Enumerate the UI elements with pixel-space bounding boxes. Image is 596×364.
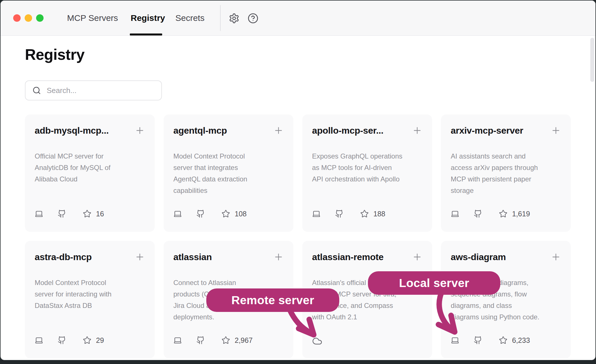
- github-icon: [474, 336, 482, 345]
- local-server-callout: Local server: [368, 271, 500, 295]
- add-server-button[interactable]: [551, 125, 561, 136]
- laptop-icon: [35, 209, 43, 218]
- settings-button[interactable]: [229, 13, 240, 24]
- remote-server-callout: Remote server: [206, 288, 339, 312]
- remote-server-callout-label: Remote server: [232, 294, 314, 307]
- star-icon: [221, 209, 230, 218]
- server-card-footer: 16: [35, 209, 145, 218]
- plus-icon: [551, 252, 561, 262]
- app-window: MCP Servers Registry Secrets: [0, 0, 596, 360]
- tab-mcp-servers-label: MCP Servers: [67, 13, 118, 23]
- add-server-button[interactable]: [551, 252, 561, 262]
- star-count: 188: [373, 210, 385, 218]
- add-server-button[interactable]: [135, 125, 145, 136]
- server-card[interactable]: agentql-mcp Model Context Protocolserver…: [164, 114, 293, 232]
- page-title: Registry: [25, 46, 85, 63]
- star-count: 1,619: [512, 210, 530, 218]
- server-card-footer: [312, 336, 422, 345]
- star-count: 16: [96, 210, 104, 218]
- plus-icon: [273, 125, 284, 136]
- search-icon: [32, 86, 41, 95]
- minimize-button[interactable]: [25, 14, 32, 22]
- tab-registry-label: Registry: [131, 13, 165, 23]
- github-icon: [196, 336, 205, 345]
- plus-icon: [135, 125, 145, 136]
- laptop-icon: [451, 336, 459, 345]
- server-card-footer: 29: [35, 336, 145, 345]
- search-input[interactable]: [46, 86, 161, 95]
- add-server-button[interactable]: [273, 252, 284, 262]
- local-server-callout-label: Local server: [399, 276, 469, 290]
- laptop-icon: [173, 336, 182, 345]
- star-icon: [83, 336, 91, 345]
- github-icon: [474, 209, 482, 218]
- scrollbar[interactable]: [590, 38, 594, 82]
- search-box: [25, 80, 162, 100]
- laptop-icon: [173, 209, 182, 218]
- server-name: apollo-mcp-ser...: [312, 125, 383, 136]
- star-count: 29: [96, 336, 104, 345]
- server-description: Official MCP server forAnalyticDB for My…: [35, 151, 145, 185]
- server-card[interactable]: arxiv-mcp-server AI assistants search an…: [441, 114, 571, 232]
- server-name: atlassian: [173, 251, 212, 263]
- server-description: AI assistants search andaccess arXiv pap…: [451, 151, 561, 196]
- server-name: adb-mysql-mcp...: [35, 125, 109, 136]
- star-icon: [83, 209, 91, 218]
- server-name: agentql-mcp: [173, 125, 227, 136]
- plus-icon: [273, 252, 284, 262]
- server-card[interactable]: astra-db-mcp Model Context Protocolserve…: [25, 241, 155, 358]
- github-icon: [58, 209, 66, 218]
- server-card-footer: 108: [173, 209, 284, 218]
- server-card-grid: adb-mysql-mcp... Official MCP server for…: [25, 114, 571, 358]
- server-name: astra-db-mcp: [35, 251, 92, 263]
- server-description: Model Context Protocolserver that integr…: [173, 151, 284, 196]
- server-card-footer: 6,233: [451, 336, 561, 345]
- server-card-footer: 188: [312, 209, 422, 218]
- server-name: atlassian-remote: [312, 251, 384, 263]
- titlebar: MCP Servers Registry Secrets: [1, 1, 595, 36]
- active-tab-indicator: [130, 33, 162, 35]
- plus-icon: [551, 125, 561, 136]
- star-icon: [221, 336, 230, 345]
- server-description: Model Context Protocolserver for interac…: [35, 277, 145, 311]
- star-count: 108: [235, 210, 247, 218]
- add-server-button[interactable]: [135, 252, 145, 262]
- github-icon: [58, 336, 66, 345]
- star-icon: [499, 336, 507, 345]
- add-server-button[interactable]: [412, 125, 422, 136]
- github-icon: [196, 209, 205, 218]
- server-name: aws-diagram: [451, 251, 506, 263]
- plus-icon: [412, 125, 422, 136]
- gear-icon: [229, 13, 240, 24]
- help-icon: [248, 13, 259, 24]
- star-icon: [499, 209, 507, 218]
- tab-secrets-label: Secrets: [175, 13, 205, 23]
- server-name: arxiv-mcp-server: [451, 125, 523, 136]
- star-icon: [360, 209, 369, 218]
- cloud-icon: [312, 336, 322, 346]
- laptop-icon: [312, 209, 321, 218]
- server-card[interactable]: apollo-mcp-ser... Exposes GraphQL operat…: [302, 114, 432, 232]
- laptop-icon: [35, 336, 43, 345]
- tab-registry[interactable]: Registry: [131, 1, 165, 35]
- github-icon: [335, 209, 344, 218]
- help-button[interactable]: [248, 13, 259, 24]
- laptop-icon: [451, 209, 459, 218]
- tab-mcp-servers[interactable]: MCP Servers: [67, 1, 118, 35]
- titlebar-divider: [220, 5, 221, 31]
- add-server-button[interactable]: [412, 252, 422, 262]
- plus-icon: [412, 252, 422, 262]
- server-card[interactable]: adb-mysql-mcp... Official MCP server for…: [25, 114, 155, 232]
- server-description: Exposes GraphQL operationsas MCP tools f…: [312, 151, 422, 185]
- tab-secrets[interactable]: Secrets: [175, 1, 205, 35]
- add-server-button[interactable]: [273, 125, 284, 136]
- plus-icon: [135, 252, 145, 262]
- star-count: 2,967: [235, 336, 253, 345]
- star-count: 6,233: [512, 336, 530, 345]
- close-button[interactable]: [13, 14, 21, 22]
- zoom-button[interactable]: [36, 14, 44, 22]
- server-card-footer: 2,967: [173, 336, 284, 345]
- server-card[interactable]: aws-diagram Generate AWS diagrams,sequen…: [441, 241, 571, 358]
- server-card-footer: 1,619: [451, 209, 561, 218]
